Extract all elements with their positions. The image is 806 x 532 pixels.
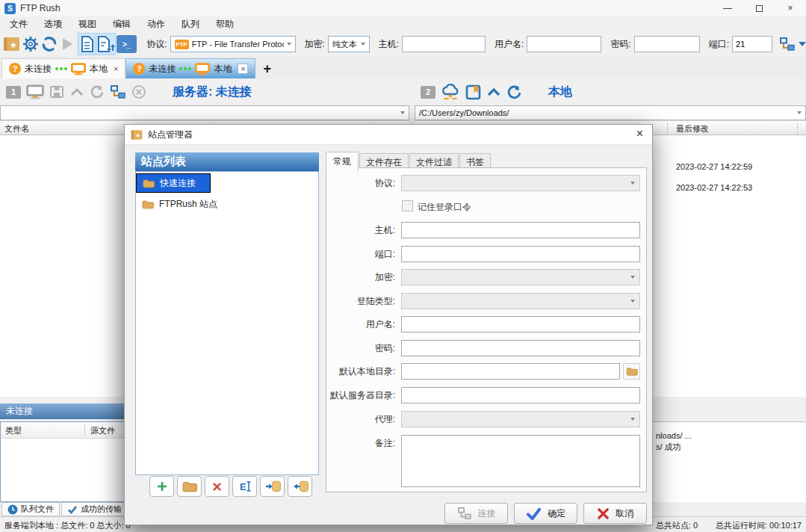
session-tab-2-active[interactable]: ? 未连接 本地 ×	[125, 58, 255, 78]
encrypt-label: 加密:	[326, 269, 395, 285]
app-logo-icon: S	[4, 3, 16, 14]
terminal-button[interactable]: >_	[117, 33, 137, 55]
toggle-log-button[interactable]	[78, 33, 96, 55]
encrypt-value: 纯文本	[332, 39, 357, 50]
server-path-combobox[interactable]	[0, 105, 409, 120]
column-separator[interactable]	[667, 123, 668, 134]
encrypt-select[interactable]: 纯文本	[328, 36, 370, 52]
queue-panel-title: 未连接	[6, 405, 33, 418]
db-import-icon	[264, 480, 281, 493]
refresh-icon[interactable]	[90, 85, 105, 99]
host-input[interactable]	[402, 36, 486, 52]
site-item-quick-connect[interactable]: 快速连接	[136, 173, 211, 193]
port-label: 端口:	[326, 246, 395, 262]
cancel-button[interactable]: 取消	[583, 503, 647, 524]
source-column[interactable]: 源文件	[90, 425, 115, 436]
menu-help[interactable]: 帮助	[208, 16, 242, 32]
dialog-close-button[interactable]: ×	[636, 127, 643, 140]
title-bar: S FTP Rush	[0, 0, 806, 16]
toggle-transfer-list-button[interactable]	[96, 33, 116, 55]
username-input[interactable]	[527, 36, 601, 52]
folder-icon	[182, 480, 197, 492]
maximize-button[interactable]	[743, 0, 775, 16]
quick-connect-button[interactable]	[778, 33, 796, 55]
site-item-ftprush[interactable]: FTPRush 站点	[136, 194, 318, 214]
import-sites-button[interactable]	[260, 476, 285, 497]
menu-options[interactable]: 选项	[36, 16, 70, 32]
tab-successful-transfers[interactable]: 成功的传输	[61, 502, 128, 516]
type-column[interactable]: 类型	[5, 425, 22, 436]
menu-view[interactable]: 视图	[70, 16, 105, 32]
up-directory-icon[interactable]	[486, 87, 501, 97]
site-manager-dialog: ★ 站点管理器 × 站点列表 快速连接 FTPRush 站点 E	[124, 124, 653, 525]
encrypt-label: 加密:	[305, 38, 325, 51]
menu-edit[interactable]: 编辑	[105, 16, 139, 32]
local-path-combobox[interactable]: /C:/Users/zy/Downloads/	[415, 105, 806, 120]
file-modified-value: 2023-02-27 14:22:59	[676, 162, 752, 171]
filename-column[interactable]: 文件名	[4, 123, 29, 134]
tab-queue-files[interactable]: 队列文件	[1, 502, 60, 516]
column-separator[interactable]	[84, 424, 85, 436]
port-input[interactable]	[401, 246, 640, 262]
server-dir-input[interactable]	[401, 387, 640, 403]
proxy-select-disabled	[401, 411, 640, 427]
ok-button[interactable]: 确定	[514, 503, 577, 524]
server-monitor-icon[interactable]	[26, 84, 44, 99]
local-path-value: /C:/Users/zy/Downloads/	[419, 108, 509, 117]
start-transfer-button[interactable]	[59, 33, 77, 55]
menu-action[interactable]: 动作	[139, 16, 173, 32]
delete-site-button[interactable]	[205, 476, 229, 497]
up-directory-icon[interactable]	[69, 87, 84, 97]
cloud-sync-icon[interactable]	[441, 84, 460, 100]
reconnect-button[interactable]	[40, 33, 58, 55]
protocol-select-disabled	[401, 175, 640, 191]
password-input[interactable]	[634, 36, 700, 52]
protocol-select[interactable]: FTP FTP - File Transfer Protocc	[170, 36, 296, 52]
connect-network-icon[interactable]	[110, 84, 126, 99]
encrypt-select-disabled	[401, 269, 640, 285]
site-list[interactable]: 快速连接 FTPRush 站点	[135, 171, 319, 475]
username-input[interactable]	[401, 316, 640, 332]
column-separator[interactable]	[797, 123, 798, 134]
notes-textarea[interactable]	[401, 435, 640, 487]
tab-local-label: 本地	[214, 63, 232, 75]
clock-icon	[7, 504, 18, 515]
add-site-button[interactable]	[149, 476, 174, 497]
tab-success-label: 成功的传输	[81, 504, 122, 515]
rename-site-button[interactable]: E	[232, 476, 257, 497]
site-list-header: 站点列表	[135, 152, 319, 171]
close-button[interactable]: ×	[775, 0, 806, 16]
host-input[interactable]	[401, 222, 640, 238]
red-x-icon	[597, 507, 610, 520]
refresh-icon[interactable]	[506, 85, 522, 99]
menu-queue[interactable]: 队列	[173, 16, 208, 32]
connect-dropdown-icon[interactable]	[799, 42, 806, 46]
add-tab-button[interactable]: +	[263, 61, 271, 78]
menu-file[interactable]: 文件	[1, 16, 36, 32]
tab-close-icon[interactable]: ×	[114, 64, 118, 73]
db-export-icon	[292, 480, 309, 493]
password-input[interactable]	[401, 340, 640, 356]
bookmarks-book-icon[interactable]	[465, 84, 481, 100]
abort-icon[interactable]	[131, 84, 146, 99]
tab-close-icon[interactable]: ×	[238, 64, 248, 74]
tab-server-label: 未连接	[149, 63, 176, 75]
bookmark-save-icon[interactable]	[49, 85, 64, 99]
modified-column[interactable]: 最后修改	[676, 123, 709, 134]
server-panel-title: 服务器: 未连接	[173, 84, 252, 100]
new-folder-button[interactable]	[177, 476, 202, 497]
site-manager-button[interactable]: ★	[3, 33, 21, 55]
book-star-icon: ★	[131, 129, 143, 140]
red-x-icon	[211, 481, 223, 492]
minimize-button[interactable]: —	[712, 0, 743, 16]
tab-general[interactable]: 常规	[326, 152, 359, 171]
protocol-label: 协议:	[146, 38, 167, 51]
rename-icon: E	[238, 480, 252, 493]
port-input[interactable]	[732, 36, 772, 52]
browse-local-dir-button[interactable]	[623, 363, 640, 380]
dialog-title-bar[interactable]: ★ 站点管理器	[125, 125, 652, 145]
settings-button[interactable]	[22, 33, 40, 55]
export-sites-button[interactable]	[288, 476, 312, 497]
session-tab-1[interactable]: ? 未连接 本地 ×	[1, 58, 125, 78]
local-dir-input[interactable]	[401, 363, 620, 380]
